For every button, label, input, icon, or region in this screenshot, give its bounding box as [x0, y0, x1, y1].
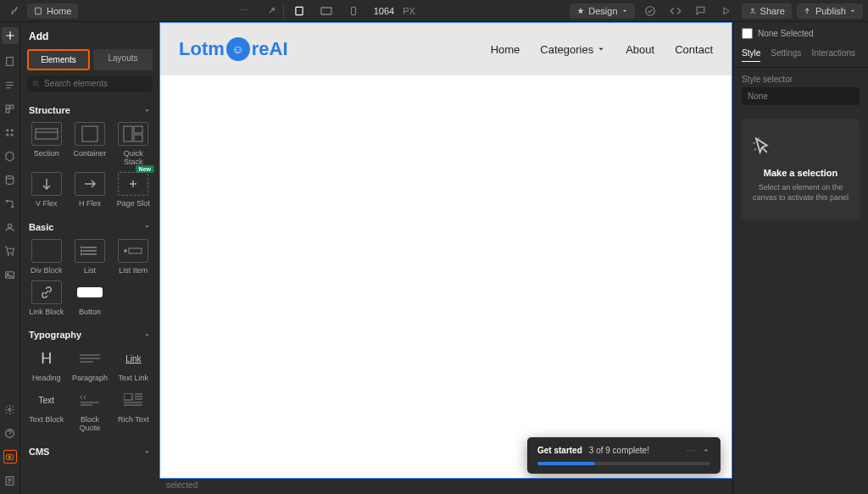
svg-point-16: [12, 205, 14, 207]
status-bar: selected: [159, 479, 732, 494]
webflow-logo[interactable]: [5, 3, 22, 19]
svg-point-4: [645, 6, 654, 15]
get-started-toast: Get started 3 of 9 complete! ⋯: [527, 437, 721, 474]
svg-rect-8: [10, 105, 14, 108]
element-divblock[interactable]: Div Block: [27, 239, 65, 275]
svg-point-22: [8, 408, 11, 410]
check-icon[interactable]: [640, 3, 660, 19]
element-textblock[interactable]: TextText Block: [27, 388, 65, 433]
ecommerce-icon[interactable]: [3, 244, 17, 258]
nav-categories[interactable]: Categories: [540, 43, 605, 56]
svg-rect-7: [6, 105, 9, 108]
element-linkblock[interactable]: Link Block: [27, 280, 65, 317]
rp-tab-settings[interactable]: Settings: [771, 48, 801, 62]
svg-rect-2: [321, 8, 331, 14]
svg-rect-37: [129, 248, 142, 253]
canvas[interactable]: Lotm ☺ reAI Home Categories About Contac…: [159, 22, 732, 479]
site-logo[interactable]: Lotm ☺ reAI: [179, 37, 288, 61]
style-selector-label: Style selector: [733, 68, 868, 87]
section-basic[interactable]: Basic: [20, 215, 159, 239]
element-container[interactable]: Container: [70, 122, 108, 167]
style-selector-input[interactable]: [742, 87, 860, 105]
navigator-icon[interactable]: [3, 78, 17, 92]
element-listitem[interactable]: List Item: [114, 239, 153, 275]
section-typography[interactable]: Typography: [20, 323, 159, 347]
svg-point-12: [7, 134, 8, 136]
element-blockquote[interactable]: Block Quote: [70, 388, 108, 433]
cursor-icon: [750, 136, 851, 159]
code-icon[interactable]: [665, 3, 686, 19]
svg-point-26: [33, 81, 36, 85]
more-icon[interactable]: ⋯: [233, 3, 257, 19]
nav-contact[interactable]: Contact: [675, 43, 713, 56]
toast-title: Get started: [537, 446, 582, 455]
cms-icon[interactable]: [3, 173, 17, 186]
element-vflex[interactable]: V Flex: [27, 172, 65, 208]
topbar: Home ⋯ 1064 PX Design Share: [0, 0, 868, 22]
desktop-breakpoint-icon[interactable]: [287, 3, 311, 19]
progress-bar: [537, 462, 710, 465]
page-selector-button[interactable]: Home: [27, 3, 78, 19]
variables-icon[interactable]: [3, 125, 17, 139]
right-panel: None Selected Style Settings Interaction…: [732, 22, 868, 494]
svg-rect-0: [36, 8, 42, 14]
element-paragraph[interactable]: Paragraph: [70, 347, 108, 383]
tablet-breakpoint-icon[interactable]: [314, 3, 338, 19]
element-list[interactable]: List: [70, 239, 108, 275]
share-button[interactable]: Share: [742, 3, 792, 19]
assets-icon[interactable]: [3, 268, 17, 281]
components-icon[interactable]: [3, 102, 17, 115]
section-structure[interactable]: Structure: [20, 98, 159, 122]
help-icon[interactable]: [3, 426, 17, 440]
preview-icon[interactable]: [716, 3, 737, 19]
svg-rect-3: [351, 7, 355, 14]
none-selected-checkbox[interactable]: [742, 28, 753, 39]
svg-point-34: [81, 250, 82, 252]
element-section[interactable]: Section: [27, 122, 65, 167]
toast-collapse-icon[interactable]: [702, 446, 710, 455]
element-richtext[interactable]: Rich Text: [114, 388, 153, 433]
toast-more-icon[interactable]: ⋯: [687, 446, 695, 455]
audit-icon[interactable]: [3, 474, 17, 487]
element-button[interactable]: Button: [70, 280, 108, 317]
svg-rect-6: [7, 57, 14, 65]
tab-elements[interactable]: Elements: [27, 49, 90, 70]
pages-icon[interactable]: [3, 54, 17, 68]
svg-point-36: [125, 249, 127, 252]
settings-icon[interactable]: [3, 402, 17, 416]
canvas-width[interactable]: 1064: [374, 6, 394, 16]
design-mode-button[interactable]: Design: [570, 3, 634, 19]
svg-rect-9: [6, 109, 9, 113]
svg-rect-31: [134, 126, 142, 133]
logic-icon[interactable]: [3, 197, 17, 210]
element-hflex[interactable]: H Flex: [70, 172, 108, 208]
search-input-wrap[interactable]: [27, 75, 153, 92]
comment-icon[interactable]: [691, 3, 711, 19]
styles-icon[interactable]: [3, 149, 17, 163]
nav-about[interactable]: About: [626, 43, 654, 56]
add-icon[interactable]: [2, 27, 19, 44]
element-pageslot[interactable]: NewPage Slot: [114, 172, 153, 208]
none-selected-row: None Selected: [733, 22, 868, 45]
site-header[interactable]: Lotm ☺ reAI Home Categories About Contac…: [160, 23, 732, 75]
svg-rect-30: [124, 126, 132, 142]
element-heading[interactable]: HHeading: [27, 347, 65, 383]
tab-layouts[interactable]: Layouts: [93, 49, 153, 70]
video-icon[interactable]: [3, 450, 17, 463]
section-cms[interactable]: CMS: [20, 440, 159, 463]
element-quickstack[interactable]: Quick Stack: [114, 122, 153, 167]
nav-home[interactable]: Home: [491, 43, 520, 56]
rp-tab-interactions[interactable]: Interactions: [811, 48, 855, 62]
svg-rect-27: [36, 129, 58, 139]
svg-point-10: [7, 129, 8, 130]
users-icon[interactable]: [3, 220, 17, 234]
rp-tab-style[interactable]: Style: [742, 48, 760, 62]
search-input[interactable]: [44, 79, 147, 88]
svg-rect-38: [124, 393, 132, 400]
publish-button[interactable]: Publish: [797, 3, 863, 19]
mobile-breakpoint-icon[interactable]: [342, 3, 365, 19]
expand-icon[interactable]: [260, 3, 284, 19]
element-textlink[interactable]: LinkText Link: [114, 347, 153, 383]
canvas-area: Lotm ☺ reAI Home Categories About Contac…: [159, 22, 732, 494]
toast-subtitle: 3 of 9 complete!: [589, 446, 649, 455]
